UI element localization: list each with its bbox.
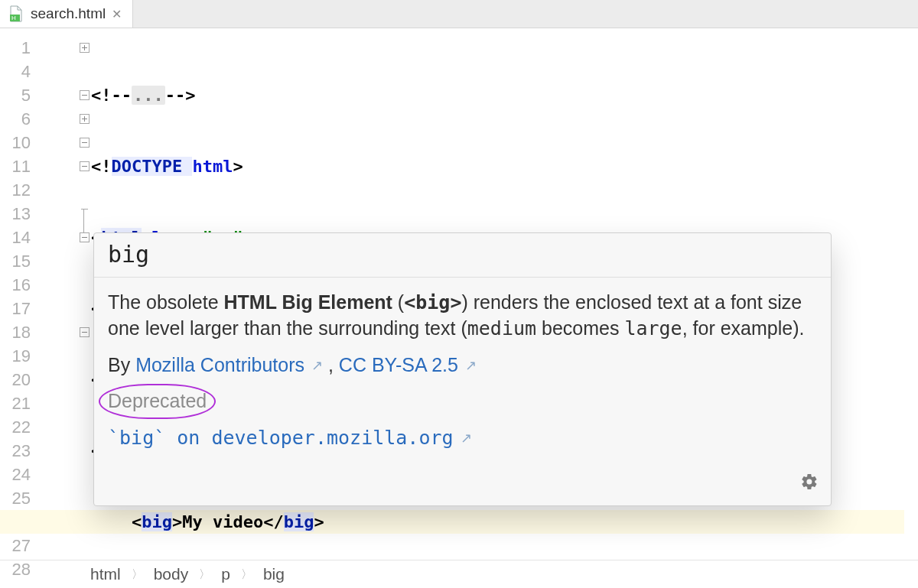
code-editor[interactable]: 1 4 5 6 10 11 12 13 14 15 16 17 18 19 20… [0,28,918,560]
fold-column [37,28,91,560]
code-line-highlighted: <big>My video</big> [0,510,904,534]
svg-text:H: H [11,15,16,21]
external-link-icon: ↗ [465,356,477,375]
line-number: 21 [0,391,31,415]
mdn-doc-link[interactable]: `big` on developer.mozilla.org ↗ [108,427,472,448]
fold-collapse-icon[interactable] [80,232,90,242]
line-number: 11 [0,154,31,178]
line-number: 28 [0,557,31,581]
code-line: <!--...--> [91,83,904,107]
line-number: 6 [0,107,31,131]
line-number: 12 [0,178,31,202]
fold-collapse-icon[interactable] [80,90,90,100]
contributors-link[interactable]: Mozilla Contributors ↗ [135,354,323,375]
gear-icon[interactable] [800,473,819,496]
popup-title: big [94,233,831,278]
line-number: 10 [0,131,31,154]
external-link-icon: ↗ [311,356,323,375]
line-number: 15 [0,249,31,273]
line-number: 17 [0,297,31,320]
popup-body: The obsolete HTML Big Element (<big>) re… [94,278,831,473]
line-gutter: 1 4 5 6 10 11 12 13 14 15 16 17 18 19 20… [0,28,37,560]
tab-filename: search.html [31,5,106,22]
line-number: 4 [0,60,31,83]
line-number: 14 [0,226,31,249]
error-stripe[interactable] [904,28,918,560]
line-number: 23 [0,439,31,463]
close-icon[interactable]: ✕ [112,7,122,21]
license-link[interactable]: CC BY-SA 2.5 ↗ [339,354,477,375]
line-number: 5 [0,83,31,107]
popup-attribution: By Mozilla Contributors ↗ , CC BY-SA 2.5… [108,352,817,378]
popup-description: The obsolete HTML Big Element (<big>) re… [108,290,817,342]
fold-collapse-icon[interactable] [80,327,90,337]
html-file-icon: H [8,5,24,22]
code-line: <!DOCTYPE html> [91,154,904,178]
line-number: 1 [0,36,31,60]
line-number: 16 [0,273,31,297]
line-number: 24 [0,463,31,486]
fold-collapse-icon[interactable] [80,161,90,171]
line-number: 13 [0,202,31,226]
fold-expand-icon[interactable] [80,43,90,53]
line-number: 22 [0,415,31,439]
fold-expand-icon[interactable] [80,114,90,124]
fold-guide [80,209,90,219]
documentation-popup: big The obsolete HTML Big Element (<big>… [93,232,832,506]
external-link-icon: ↗ [461,429,472,447]
line-number: 25 [0,486,31,510]
line-number: 20 [0,368,31,391]
line-number: 18 [0,320,31,344]
tab-bar: H search.html ✕ [0,0,918,28]
deprecated-badge: Deprecated [108,388,207,414]
line-number: 19 [0,344,31,368]
fold-collapse-icon[interactable] [80,138,90,148]
file-tab[interactable]: H search.html ✕ [0,0,133,28]
line-number: 27 [0,534,31,557]
